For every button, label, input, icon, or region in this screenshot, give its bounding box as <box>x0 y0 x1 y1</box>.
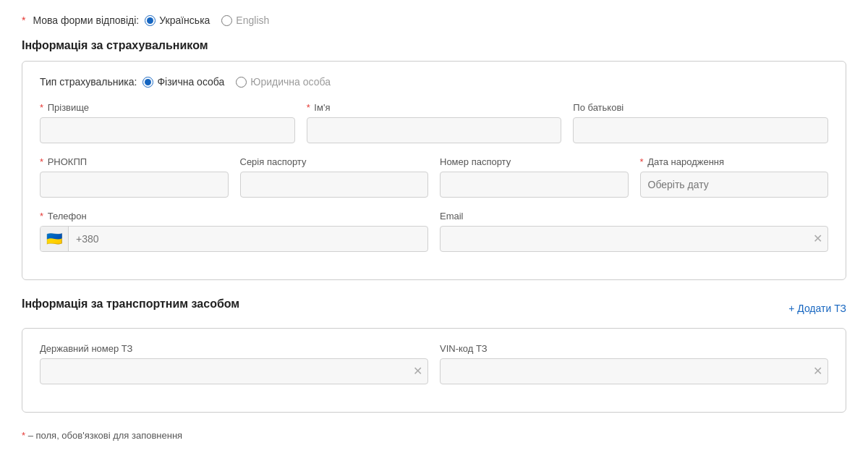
footer-req-star: * <box>22 430 25 441</box>
firstname-label: * Ім'я <box>307 102 562 113</box>
rnocpp-label: * РНОКПП <box>40 156 229 167</box>
insurer-type-legal-radio[interactable] <box>236 77 247 88</box>
email-input[interactable] <box>440 226 828 252</box>
vin-code-input[interactable] <box>440 358 828 384</box>
insurer-type-legal[interactable]: Юридична особа <box>236 76 331 88</box>
language-option-en[interactable]: English <box>221 14 269 26</box>
language-label: Мова форми відповіді: <box>33 14 139 26</box>
email-label: Email <box>440 211 828 222</box>
email-field: Email ✕ <box>440 211 828 252</box>
passport-number-field: Номер паспорту <box>440 156 629 198</box>
birth-date-field: * Дата народження <box>640 156 829 198</box>
gov-number-field: Державний номер ТЗ ✕ <box>40 343 428 384</box>
rnocpp-input[interactable] <box>40 172 229 198</box>
insurer-type-physical-label: Фізична особа <box>157 76 224 88</box>
vehicle-card: Державний номер ТЗ ✕ VIN-код ТЗ ✕ <box>22 328 846 413</box>
insurer-type-radio-group: Фізична особа Юридична особа <box>142 76 331 88</box>
language-radio-en[interactable] <box>221 15 232 26</box>
language-label-ua: Українська <box>159 14 210 26</box>
patronymic-label: По батькові <box>573 102 828 113</box>
vin-code-input-wrapper: ✕ <box>440 358 828 384</box>
vehicle-section-header: Інформація за транспортним засобом + Дод… <box>22 298 846 319</box>
language-label-en: English <box>236 14 269 26</box>
gov-number-clear-button[interactable]: ✕ <box>413 366 422 377</box>
vehicle-row-1: Державний номер ТЗ ✕ VIN-код ТЗ ✕ <box>40 343 828 384</box>
footer-note-text: – поля, обов'язкові для заповнення <box>28 430 182 441</box>
insurer-type-legal-label: Юридична особа <box>250 76 331 88</box>
passport-series-input[interactable] <box>240 172 429 198</box>
passport-number-input[interactable] <box>440 172 629 198</box>
birth-date-req-star: * <box>640 156 644 167</box>
vin-code-field: VIN-код ТЗ ✕ <box>440 343 828 384</box>
surname-req-star: * <box>40 102 43 113</box>
surname-field: * Прізвище <box>40 102 295 143</box>
email-clear-button[interactable]: ✕ <box>813 233 822 245</box>
phone-label: * Телефон <box>40 211 428 222</box>
add-vehicle-button[interactable]: + Додати ТЗ <box>788 303 846 314</box>
insurer-type-row: Тип страхувальника: Фізична особа Юридич… <box>40 76 828 88</box>
gov-number-label: Державний номер ТЗ <box>40 343 428 354</box>
passport-series-label: Серія паспорту <box>240 156 429 167</box>
patronymic-input[interactable] <box>573 117 828 143</box>
insurer-row-3: * Телефон 🇺🇦 Email ✕ <box>40 211 828 252</box>
phone-wrapper: 🇺🇦 <box>40 226 428 252</box>
language-required-star: * <box>22 14 25 26</box>
passport-number-label: Номер паспорту <box>440 156 629 167</box>
footer-note: * – поля, обов'язкові для заповнення <box>22 430 846 441</box>
insurer-type-physical-radio[interactable] <box>142 77 153 88</box>
vin-code-clear-button[interactable]: ✕ <box>813 366 822 377</box>
surname-label: * Прізвище <box>40 102 295 113</box>
language-section: * Мова форми відповіді: Українська Engli… <box>22 14 846 26</box>
gov-number-input[interactable] <box>40 358 428 384</box>
birth-date-input[interactable] <box>640 172 829 198</box>
insurer-type-physical[interactable]: Фізична особа <box>142 76 224 88</box>
firstname-input[interactable] <box>307 117 562 143</box>
language-radio-ua[interactable] <box>145 15 156 26</box>
vin-code-label: VIN-код ТЗ <box>440 343 828 354</box>
flag-emoji: 🇺🇦 <box>46 231 62 247</box>
email-input-wrapper: ✕ <box>440 226 828 252</box>
surname-input[interactable] <box>40 117 295 143</box>
language-radio-group: Українська English <box>145 14 269 26</box>
phone-input[interactable] <box>69 227 427 251</box>
firstname-req-star: * <box>307 102 310 113</box>
rnocpp-req-star: * <box>40 156 43 167</box>
insurer-section-title: Інформація за страхувальником <box>22 39 846 52</box>
phone-flag[interactable]: 🇺🇦 <box>41 227 69 251</box>
phone-field: * Телефон 🇺🇦 <box>40 211 428 252</box>
phone-req-star: * <box>40 211 43 222</box>
insurer-row-2: * РНОКПП Серія паспорту Номер паспорту *… <box>40 156 828 198</box>
gov-number-input-wrapper: ✕ <box>40 358 428 384</box>
passport-series-field: Серія паспорту <box>240 156 429 198</box>
insurer-type-label: Тип страхувальника: <box>40 76 137 88</box>
rnocpp-field: * РНОКПП <box>40 156 229 198</box>
firstname-field: * Ім'я <box>307 102 562 143</box>
language-option-ua[interactable]: Українська <box>145 14 210 26</box>
insurer-row-1: * Прізвище * Ім'я По батькові <box>40 102 828 143</box>
vehicle-section-title: Інформація за транспортним засобом <box>22 298 239 311</box>
birth-date-label: * Дата народження <box>640 156 829 167</box>
patronymic-field: По батькові <box>573 102 828 143</box>
insurer-card: Тип страхувальника: Фізична особа Юридич… <box>22 61 846 280</box>
